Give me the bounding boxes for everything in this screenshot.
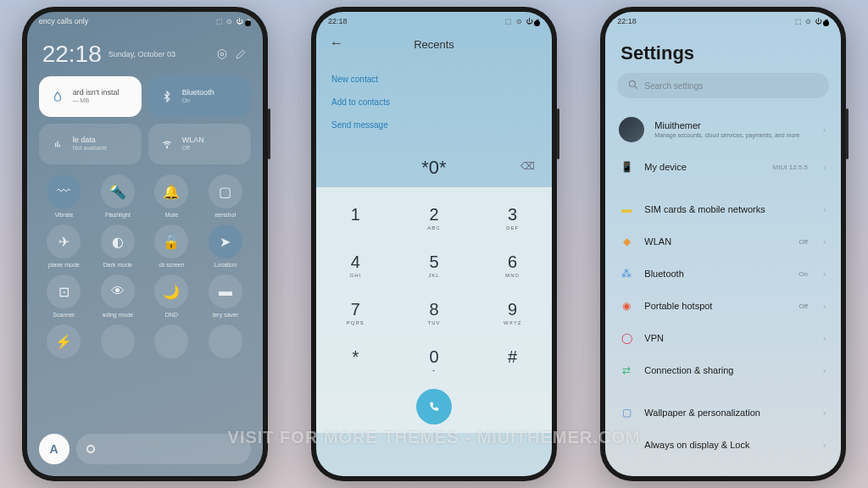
toggle-label: Vibrate <box>54 212 73 219</box>
quick-toggle[interactable] <box>200 324 251 369</box>
camera-punch <box>534 20 540 26</box>
row-label: Connection & sharing <box>644 365 798 375</box>
toggle-icon: ⊡ <box>47 274 81 308</box>
bluetooth-icon <box>159 88 175 105</box>
keypad-key[interactable]: 3DEF <box>473 194 552 241</box>
quick-toggle[interactable]: ⊡Scanner <box>39 274 90 319</box>
quick-toggle[interactable] <box>147 324 198 369</box>
settings-row[interactable]: ▢Wallpaper & personalization› <box>605 396 841 429</box>
toggle-label: Flashlight <box>105 212 131 219</box>
quick-toggle[interactable]: ⚡ <box>39 324 90 369</box>
toggle-label: ck screen <box>159 262 184 269</box>
toggle-icon: 👁 <box>101 274 135 308</box>
quick-toggle[interactable]: ➤Location <box>200 225 251 269</box>
row-icon: ◆ <box>619 234 634 249</box>
toggle-icon: ▬ <box>209 274 242 308</box>
call-button[interactable] <box>416 389 452 424</box>
keypad-key[interactable]: 4GHI <box>316 241 395 289</box>
quick-toggle[interactable]: 🔦Flashlight <box>92 175 143 219</box>
status-bar: ency calls only ⬚ ⊙ ⏻ ▮ <box>27 12 263 30</box>
quick-toggle[interactable]: 🔔Mute <box>147 175 198 219</box>
toggle-icon: ✈ <box>47 225 81 258</box>
keypad-key[interactable]: 9WXYZ <box>473 289 552 336</box>
camera-punch <box>245 20 251 26</box>
toggle-label: Mute <box>165 212 179 219</box>
row-label: Portable hotspot <box>644 301 788 311</box>
chevron-right-icon: › <box>823 302 826 311</box>
row-icon: ▬ <box>619 202 634 217</box>
toggle-icon: ➤ <box>209 225 242 258</box>
keypad-key[interactable]: # <box>473 336 552 384</box>
quick-toggle[interactable]: ✈plane mode <box>39 225 90 269</box>
dialer-link[interactable]: Send message <box>331 114 537 136</box>
status-bar: 22:18 ⬚ ⊙ ⏻ ▮ <box>316 12 552 30</box>
keypad-key[interactable]: 8TUV <box>395 289 474 336</box>
toggle-label: Scanner <box>53 312 75 319</box>
settings-row[interactable]: ⁂BluetoothOn› <box>605 258 841 290</box>
row-label: My device <box>644 162 762 172</box>
dialer-link[interactable]: New contact <box>331 68 537 91</box>
row-icon: ⁂ <box>619 266 634 281</box>
row-value: Off <box>798 238 808 246</box>
clock-date: Sunday, October 03 <box>108 50 175 58</box>
chevron-right-icon: › <box>823 408 826 418</box>
dialer-link[interactable]: Add to contacts <box>331 91 537 114</box>
clock-time: 22:18 <box>42 41 102 68</box>
toggle-icon <box>209 324 242 358</box>
row-label: SIM cards & mobile networks <box>644 204 798 214</box>
svg-point-1 <box>220 53 224 56</box>
toggle-icon: ⚡ <box>47 324 81 358</box>
edit-icon[interactable] <box>234 47 248 61</box>
keypad-key[interactable]: 2ABC <box>395 194 474 241</box>
keypad-key[interactable]: 6MNO <box>473 241 552 289</box>
backspace-icon[interactable]: ⌫ <box>520 160 535 172</box>
keypad-key[interactable]: * <box>316 336 395 384</box>
settings-icon[interactable] <box>215 47 229 61</box>
page-title: Recents <box>330 38 538 51</box>
search-input[interactable]: Search settings <box>617 73 829 98</box>
keypad-key[interactable]: 0+ <box>395 336 474 384</box>
settings-row[interactable]: 📱My deviceMIUI 12.5.5› <box>605 151 841 183</box>
quick-toggle[interactable]: ▬tery saver <box>200 274 251 319</box>
status-bar: 22:18 ⬚ ⊙ ⏻ ▮ <box>605 12 841 30</box>
chevron-right-icon: › <box>823 205 826 214</box>
row-label: WLAN <box>644 236 788 247</box>
watermark: VISIT FOR MORE THEMES - MIUITHEMER.COM <box>0 428 868 447</box>
account-row[interactable]: Miuithemer Manage accounts, cloud servic… <box>605 108 841 151</box>
quick-toggle[interactable]: 👁ading mode <box>92 274 143 319</box>
row-icon: ⇄ <box>619 363 634 378</box>
settings-row[interactable]: ⇄Connection & sharing› <box>605 354 841 386</box>
keypad-key[interactable]: 1 <box>316 194 395 241</box>
page-title: Settings <box>605 30 841 73</box>
row-icon: 📱 <box>619 159 634 175</box>
quick-toggle[interactable]: 🌙DND <box>147 274 198 319</box>
phone-control-center: ency calls only ⬚ ⊙ ⏻ ▮ 22:18 Sunday, Oc… <box>22 7 268 481</box>
emergency-label: ency calls only <box>39 17 89 25</box>
quick-toggle[interactable] <box>92 324 143 369</box>
toggle-icon: ◐ <box>101 225 135 258</box>
tile-bluetooth[interactable]: BluetoothOn <box>148 76 251 117</box>
settings-row[interactable]: ◉Portable hotspotOff› <box>605 290 841 322</box>
toggle-label: DND <box>165 312 178 319</box>
row-icon: ◉ <box>619 298 634 313</box>
tile-storage[interactable]: ard isn't instal— MB <box>39 76 142 117</box>
quick-toggle[interactable]: 🔒ck screen <box>147 225 198 269</box>
toggle-icon: 🔔 <box>154 175 188 208</box>
toggle-icon: 〰 <box>47 175 81 208</box>
quick-toggle[interactable]: ◐Dark mode <box>92 225 143 269</box>
settings-row[interactable]: ◆WLANOff› <box>605 225 841 258</box>
toggle-label: tery saver <box>213 312 239 319</box>
search-icon <box>627 79 639 92</box>
settings-row[interactable]: ▬SIM cards & mobile networks› <box>605 193 841 225</box>
settings-row[interactable]: ◯VPN› <box>605 322 841 354</box>
tile-wlan[interactable]: WLANOff <box>148 124 251 164</box>
quick-toggle[interactable]: 〰Vibrate <box>39 175 90 219</box>
tile-mobile-data[interactable]: le dataNot available <box>39 124 142 164</box>
keypad-key[interactable]: 5JKL <box>395 241 474 289</box>
chevron-right-icon: › <box>823 125 826 135</box>
row-label: VPN <box>644 333 798 343</box>
row-icon: ◯ <box>619 330 634 346</box>
keypad-key[interactable]: 7PQRS <box>316 289 395 336</box>
chevron-right-icon: › <box>823 334 826 343</box>
quick-toggle[interactable]: ▢eenshot <box>200 175 251 219</box>
